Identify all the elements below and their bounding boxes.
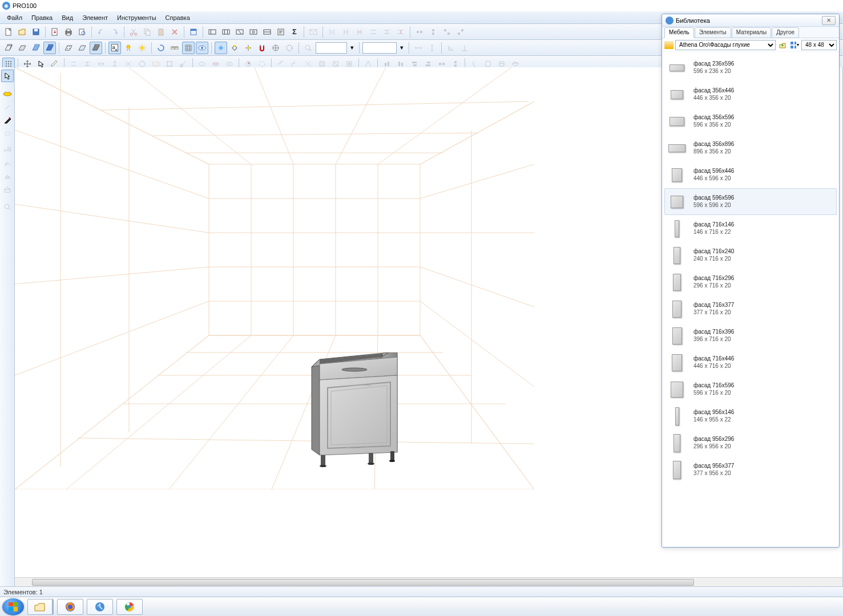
task-firefox[interactable] bbox=[57, 599, 83, 615]
svg-rect-23 bbox=[250, 30, 257, 34]
library-titlebar[interactable]: Библиотека ✕ bbox=[662, 14, 839, 27]
folder-icon bbox=[664, 41, 673, 49]
svg-point-50 bbox=[6, 61, 7, 62]
start-button[interactable] bbox=[2, 598, 24, 615]
library-item[interactable]: фасад 716x240240 x 716 x 20 bbox=[664, 242, 837, 269]
report-button[interactable] bbox=[275, 26, 287, 38]
toggle-1-button[interactable] bbox=[269, 42, 282, 54]
cabinet-model[interactable] bbox=[306, 352, 409, 472]
library-item[interactable]: фасад 236x596596 x 236 x 20 bbox=[664, 54, 837, 81]
snap-ortho-button[interactable] bbox=[215, 42, 227, 54]
library-tab-Мебель[interactable]: Мебель bbox=[664, 27, 694, 38]
wireframe-button[interactable] bbox=[2, 42, 15, 54]
tool-e-button[interactable] bbox=[261, 26, 273, 38]
svg-rect-85 bbox=[439, 63, 441, 65]
svg-point-54 bbox=[8, 63, 9, 64]
texture-button[interactable] bbox=[43, 42, 56, 54]
library-item-dims: 896 x 356 x 20 bbox=[693, 148, 734, 156]
task-chrome[interactable] bbox=[116, 599, 143, 615]
window-button[interactable] bbox=[187, 26, 200, 38]
light-button[interactable] bbox=[122, 42, 135, 54]
library-item[interactable]: фасад 716x446446 x 716 x 20 bbox=[664, 349, 837, 376]
library-item[interactable]: фасад 716x396396 x 716 x 20 bbox=[664, 322, 837, 349]
grid-button[interactable] bbox=[182, 42, 195, 54]
print-button[interactable] bbox=[62, 26, 75, 38]
snap-corner-button[interactable] bbox=[228, 42, 241, 54]
print-preview-button[interactable] bbox=[76, 26, 88, 38]
library-tab-Элементы[interactable]: Элементы bbox=[695, 27, 731, 38]
svg-point-56 bbox=[6, 66, 7, 67]
zoom-combo[interactable] bbox=[316, 42, 347, 54]
library-item[interactable]: фасад 716x596596 x 716 x 20 bbox=[664, 376, 837, 403]
library-item[interactable]: фасад 356x596596 x 356 x 20 bbox=[664, 108, 837, 135]
h-scrollbar[interactable] bbox=[15, 577, 842, 586]
library-item[interactable]: фасад 596x596596 x 596 x 20 bbox=[664, 188, 837, 215]
svg-point-49 bbox=[305, 45, 310, 50]
library-item[interactable]: фасад 356x446446 x 356 x 20 bbox=[664, 81, 837, 108]
svg-rect-87 bbox=[454, 61, 457, 63]
shaded-button[interactable] bbox=[90, 42, 102, 54]
eye-button[interactable] bbox=[196, 42, 208, 54]
svg-point-59 bbox=[139, 61, 145, 67]
ruler-button[interactable] bbox=[168, 42, 181, 54]
library-item[interactable]: фасад 596x446446 x 596 x 20 bbox=[664, 161, 837, 188]
library-item[interactable]: фасад 716x377377 x 716 x 20 bbox=[664, 295, 837, 322]
snap-point-button[interactable] bbox=[242, 42, 255, 54]
refresh-button[interactable] bbox=[155, 42, 167, 54]
transparent-button[interactable] bbox=[76, 42, 88, 54]
library-tab-Другое[interactable]: Другое bbox=[772, 27, 799, 38]
tool-d-button[interactable] bbox=[247, 26, 260, 38]
open-file-button[interactable] bbox=[16, 26, 29, 38]
pencil-tool[interactable] bbox=[1, 114, 14, 127]
library-item-name: фасад 596x596 bbox=[693, 194, 734, 202]
library-item[interactable]: фасад 356x896896 x 356 x 20 bbox=[664, 135, 837, 161]
task-explorer[interactable] bbox=[27, 599, 54, 615]
library-item[interactable]: фасад 716x146146 x 716 x 22 bbox=[664, 215, 837, 242]
sketch-button[interactable] bbox=[16, 42, 29, 54]
library-item[interactable]: фасад 956x296296 x 956 x 20 bbox=[664, 429, 837, 456]
svg-point-51 bbox=[8, 61, 9, 62]
tool-a-button[interactable] bbox=[206, 26, 219, 38]
value-dropdown[interactable]: ▾ bbox=[398, 42, 406, 54]
light-tool[interactable] bbox=[1, 88, 14, 100]
toggle-2-button[interactable] bbox=[283, 42, 296, 54]
menu-Элемент[interactable]: Элемент bbox=[78, 13, 112, 22]
new-file-button[interactable] bbox=[2, 26, 15, 38]
tool-c-button[interactable] bbox=[233, 26, 246, 38]
library-thumb bbox=[668, 273, 685, 292]
hidden-button[interactable] bbox=[62, 42, 75, 54]
library-item[interactable]: фасад 716x296296 x 716 x 20 bbox=[664, 269, 837, 295]
tool-b-button[interactable] bbox=[220, 26, 232, 38]
magnet-button[interactable] bbox=[256, 42, 268, 54]
task-pro100[interactable] bbox=[87, 599, 113, 615]
value-combo[interactable] bbox=[362, 42, 397, 54]
menu-Справка[interactable]: Справка bbox=[161, 13, 195, 22]
label-button[interactable]: aa bbox=[108, 42, 121, 54]
up-folder-button[interactable] bbox=[777, 40, 788, 50]
library-item[interactable]: фасад 956x146146 x 955 x 22 bbox=[664, 403, 837, 429]
library-path-row: Athena Oro\Фасады глухие ▾ 48 x 48 bbox=[662, 38, 839, 52]
library-tab-Материалы[interactable]: Материалы bbox=[732, 27, 772, 38]
color-button[interactable] bbox=[30, 42, 42, 54]
library-item-name: фасад 716x146 bbox=[693, 221, 734, 229]
library-close-button[interactable]: ✕ bbox=[822, 16, 836, 25]
export-button[interactable] bbox=[49, 26, 61, 38]
menu-Правка[interactable]: Правка bbox=[27, 13, 57, 22]
library-item-name: фасад 356x896 bbox=[693, 141, 734, 148]
library-thumb bbox=[668, 246, 685, 265]
zoom-dropdown[interactable]: ▾ bbox=[348, 42, 356, 54]
grid-size-combo[interactable]: 48 x 48 bbox=[801, 40, 837, 50]
sum-button[interactable]: Σ bbox=[288, 26, 301, 38]
taskbar bbox=[0, 597, 843, 616]
view-mode-button[interactable]: ▾ bbox=[789, 40, 800, 50]
menu-Инструменты[interactable]: Инструменты bbox=[112, 13, 161, 22]
menu-Файл[interactable]: Файл bbox=[2, 13, 27, 22]
menu-Вид[interactable]: Вид bbox=[57, 13, 78, 22]
library-path-combo[interactable]: Athena Oro\Фасады глухие bbox=[675, 40, 776, 50]
library-list[interactable]: фасад 236x596596 x 236 x 20фасад 356x446… bbox=[662, 52, 839, 547]
align-4-button bbox=[367, 26, 380, 38]
sun-button[interactable] bbox=[136, 42, 148, 54]
select-tool[interactable] bbox=[1, 70, 14, 82]
save-button[interactable] bbox=[30, 26, 42, 38]
library-item[interactable]: фасад 956x377377 x 956 x 20 bbox=[664, 456, 837, 483]
